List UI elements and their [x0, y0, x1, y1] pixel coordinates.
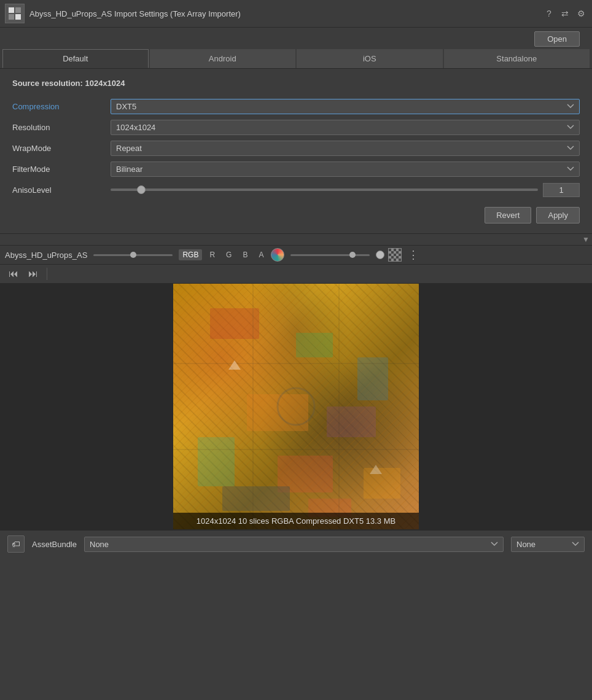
source-resolution-label: Source resolution: 1024x1024: [12, 79, 580, 88]
asset-bundle-primary-select[interactable]: None: [84, 537, 504, 552]
svg-rect-11: [364, 468, 400, 499]
color-swatch: [271, 248, 284, 262]
content-area: Abyss_HD_uProps_AS Import Settings (Tex …: [0, 0, 592, 558]
aniso-label: AnisoLevel: [12, 185, 111, 195]
texture-info-text: 1024x1024 10 slices RGBA Compressed DXT5…: [197, 516, 395, 526]
tab-ios[interactable]: iOS: [297, 49, 443, 68]
compression-row: Compression DXT5DXT1NoneAutomatic: [12, 98, 580, 115]
scroll-down-icon: ▼: [582, 235, 590, 244]
svg-rect-5: [296, 333, 333, 357]
svg-rect-2: [9, 14, 14, 20]
svg-rect-12: [222, 486, 290, 511]
filtermode-select[interactable]: Point Bilinear Trilinear: [111, 161, 580, 177]
compression-label: Compression: [12, 102, 111, 111]
open-button[interactable]: Open: [534, 31, 580, 47]
preview-brightness-slider[interactable]: [93, 254, 173, 256]
asset-bundle-secondary-select[interactable]: None: [511, 537, 585, 552]
compression-control: DXT5DXT1NoneAutomatic: [111, 99, 580, 114]
aniso-value-input[interactable]: [543, 183, 580, 197]
asset-bundle-label: AssetBundle: [32, 540, 77, 549]
svg-rect-3: [15, 14, 21, 20]
nav-next-button[interactable]: ⏭: [25, 267, 42, 281]
svg-rect-9: [198, 437, 235, 486]
channel-b-button[interactable]: B: [239, 249, 251, 260]
filtermode-label: FilterMode: [12, 165, 111, 174]
resolution-label: Resolution: [12, 123, 111, 132]
title-bar: Abyss_HD_uProps_AS Import Settings (Tex …: [0, 0, 592, 28]
tab-standalone[interactable]: Standalone: [444, 49, 590, 68]
preview-alpha-slider[interactable]: [290, 254, 370, 256]
help-icon-button[interactable]: ?: [543, 7, 555, 20]
panel-scroll-bottom: ▼: [0, 233, 592, 245]
asset-bundle-row: 🏷 AssetBundle None None: [0, 529, 592, 558]
resolution-row: Resolution 256x256 512x512 1024x1024 204…: [12, 119, 580, 136]
texture-info-bar: 1024x1024 10 slices RGBA Compressed DXT5…: [173, 513, 419, 529]
texture-svg-overlay: [173, 284, 419, 529]
channel-rgb-button[interactable]: RGB: [179, 249, 202, 260]
wrapmode-label: WrapMode: [12, 144, 111, 153]
platform-tabs: Default Android iOS Standalone: [0, 49, 592, 69]
app-logo: [5, 4, 25, 23]
window-title: Abyss_HD_uProps_AS Import Settings (Tex …: [29, 9, 538, 18]
svg-rect-8: [327, 406, 376, 437]
channel-g-button[interactable]: G: [222, 249, 235, 260]
nav-row: ⏮ ⏭: [0, 265, 592, 284]
tab-android[interactable]: Android: [150, 49, 296, 68]
main-layout: Abyss_HD_uProps_AS Import Settings (Tex …: [0, 0, 592, 558]
action-row: Revert Apply: [12, 202, 580, 228]
apply-button[interactable]: Apply: [536, 207, 580, 224]
open-button-row: Open: [0, 28, 592, 49]
wrapmode-row: WrapMode Repeat Clamp Mirror MirrorOnce: [12, 139, 580, 157]
svg-rect-0: [9, 7, 14, 13]
preview-more-button[interactable]: ⋮: [405, 248, 421, 262]
texture-preview-area: 1024x1024 10 slices RGBA Compressed DXT5…: [0, 284, 592, 529]
settings-icon-button[interactable]: ⚙: [575, 7, 587, 20]
wrapmode-control: Repeat Clamp Mirror MirrorOnce: [111, 141, 580, 156]
texture-image: 1024x1024 10 slices RGBA Compressed DXT5…: [173, 284, 419, 529]
aniso-row: AnisoLevel: [12, 181, 580, 198]
channel-a-button[interactable]: A: [255, 249, 267, 260]
alpha-swatch: [388, 248, 402, 262]
preview-asset-name: Abyss_HD_uProps_AS: [5, 251, 87, 260]
aniso-control: [111, 183, 580, 197]
svg-rect-1: [15, 7, 21, 13]
filtermode-control: Point Bilinear Trilinear: [111, 161, 580, 177]
title-icons: ? ⇄ ⚙: [543, 7, 587, 20]
aniso-slider[interactable]: [111, 189, 538, 191]
compression-select[interactable]: DXT5DXT1NoneAutomatic: [111, 99, 580, 114]
preview-toolbar: Abyss_HD_uProps_AS RGB R G B A ⋮: [0, 245, 592, 265]
layout-icon-button[interactable]: ⇄: [559, 7, 571, 20]
preview-dot: [376, 251, 384, 259]
channel-r-button[interactable]: R: [206, 249, 219, 260]
wrapmode-select[interactable]: Repeat Clamp Mirror MirrorOnce: [111, 141, 580, 156]
revert-button[interactable]: Revert: [485, 207, 531, 224]
asset-bundle-tag-icon[interactable]: 🏷: [7, 535, 25, 553]
resolution-control: 256x256 512x512 1024x1024 2048x2048: [111, 120, 580, 135]
svg-rect-4: [210, 308, 259, 339]
nav-prev-button[interactable]: ⏮: [5, 267, 22, 281]
svg-marker-19: [228, 360, 241, 370]
resolution-select[interactable]: 256x256 512x512 1024x1024 2048x2048: [111, 120, 580, 135]
filtermode-row: FilterMode Point Bilinear Trilinear: [12, 160, 580, 177]
nav-divider: [47, 268, 47, 280]
tab-default[interactable]: Default: [2, 49, 149, 68]
settings-panel: Source resolution: 1024x1024 Compression…: [0, 69, 592, 233]
